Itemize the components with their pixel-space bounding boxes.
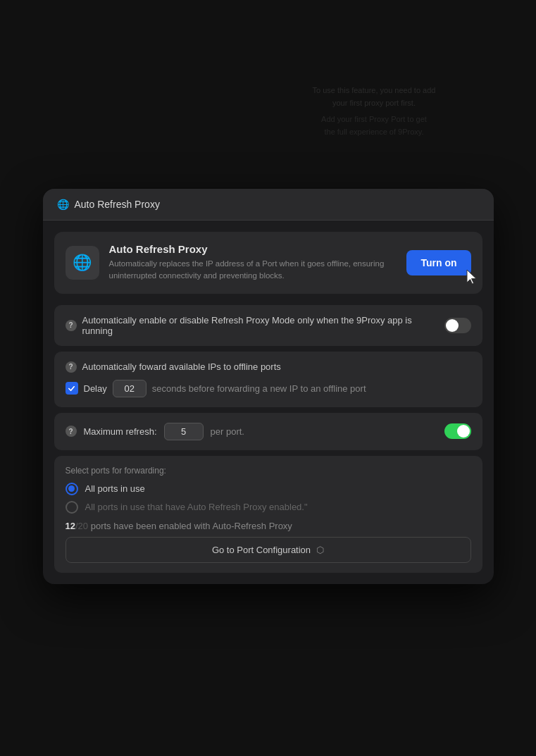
auto-enable-help-icon[interactable]: ? — [66, 320, 77, 331]
per-port-text: per port. — [211, 426, 437, 437]
max-refresh-input[interactable] — [164, 423, 204, 440]
auto-enable-row: ? Automatically enable or disable Refres… — [54, 305, 482, 346]
forward-row: ? Automatically foward available IPs to … — [54, 352, 482, 407]
forward-label-text: Automatically foward available IPs to of… — [82, 361, 281, 372]
turn-on-button[interactable]: Turn on — [406, 250, 470, 275]
delay-suffix: seconds before forwarding a new IP to an… — [152, 383, 366, 394]
bg-line-1: To use this feature, you need to addyour… — [254, 85, 494, 109]
radio-label-all-ports: All ports in use — [85, 483, 145, 494]
port-config-label: Go to Port Configuration — [212, 545, 311, 555]
max-refresh-toggle[interactable] — [444, 423, 471, 439]
modal-titlebar: 🌐 Auto Refresh Proxy — [43, 189, 494, 221]
auto-enable-toggle-thumb — [446, 319, 459, 332]
radio-option-auto-refresh-ports[interactable]: All ports in use that have Auto Refresh … — [66, 501, 471, 514]
ports-current-count: 12 — [66, 521, 75, 531]
ports-section: Select ports for forwarding: All ports i… — [54, 456, 482, 573]
bg-line-2: Add your first Proxy Port to getthe full… — [254, 113, 494, 138]
delay-line: Delay seconds before forwarding a new IP… — [66, 380, 471, 397]
ports-total-count: 20 — [78, 521, 88, 531]
ports-section-label: Select ports for forwarding: — [66, 466, 471, 476]
delay-label: Delay — [84, 383, 107, 394]
globe-icon: 🌐 — [57, 199, 69, 210]
refresh-icon: 🌐 — [73, 254, 92, 272]
forward-help-icon[interactable]: ? — [66, 361, 77, 373]
settings-section: ? Automatically enable or disable Refres… — [43, 305, 494, 584]
radio-all-ports[interactable] — [66, 483, 78, 495]
forward-label: ? Automatically foward available IPs to … — [66, 361, 471, 373]
ports-count-suffix: ports have been enabled with Auto-Refres… — [91, 521, 292, 531]
port-config-button[interactable]: Go to Port Configuration ⬡ — [66, 537, 471, 563]
max-refresh-help-icon[interactable]: ? — [66, 426, 77, 437]
delay-checkbox[interactable] — [66, 382, 78, 395]
auto-enable-row-top: ? Automatically enable or disable Refres… — [66, 315, 471, 336]
max-refresh-toggle-thumb — [457, 425, 470, 438]
cursor-pointer — [466, 268, 480, 290]
modal-title: Auto Refresh Proxy — [75, 199, 160, 210]
feature-description: Automatically replaces the IP address of… — [109, 258, 397, 283]
radio-label-auto-refresh-ports: All ports in use that have Auto Refresh … — [85, 502, 308, 512]
feature-title: Auto Refresh Proxy — [109, 243, 397, 255]
radio-auto-refresh-ports[interactable] — [66, 501, 78, 514]
bg-text-area: To use this feature, you need to addyour… — [254, 85, 494, 138]
feature-icon-box: 🌐 — [66, 246, 99, 280]
auto-enable-label: Automatically enable or disable Refresh … — [82, 315, 444, 336]
modal-card: 🌐 Auto Refresh Proxy 🌐 Auto Refresh Prox… — [43, 189, 494, 584]
ports-count-row: 12/20 ports have been enabled with Auto-… — [66, 521, 471, 531]
radio-option-all-ports[interactable]: All ports in use — [66, 483, 471, 495]
page-wrapper: To use this feature, you need to addyour… — [0, 0, 536, 756]
max-refresh-row: ? Maximum refresh: per port. — [54, 413, 482, 450]
radio-inner-1 — [68, 485, 75, 492]
feature-text: Auto Refresh Proxy Automatically replace… — [109, 243, 397, 283]
auto-enable-label-group: ? Automatically enable or disable Refres… — [66, 315, 444, 336]
delay-input[interactable] — [113, 380, 147, 397]
max-refresh-label: Maximum refresh: — [84, 426, 157, 437]
external-link-icon: ⬡ — [316, 545, 324, 555]
feature-banner: 🌐 Auto Refresh Proxy Automatically repla… — [54, 232, 482, 294]
auto-enable-toggle[interactable] — [444, 318, 471, 333]
